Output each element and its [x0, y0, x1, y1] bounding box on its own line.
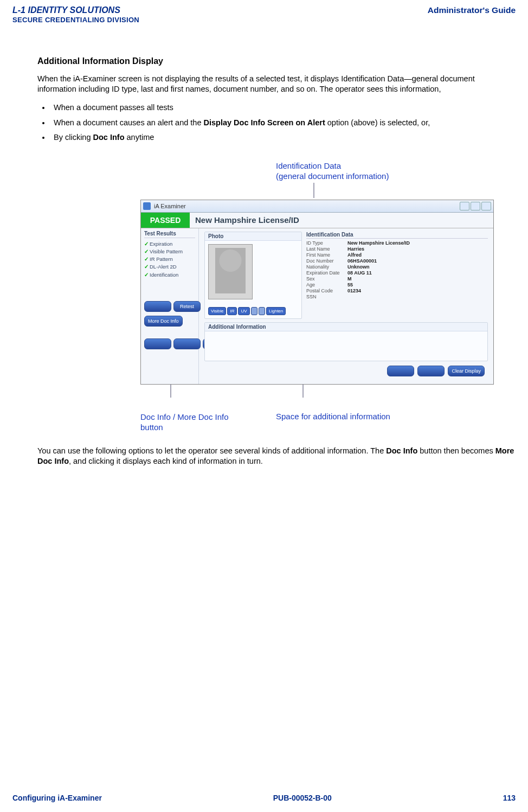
close-icon[interactable] [481, 202, 491, 210]
sidebar-button[interactable] [144, 301, 171, 312]
sidebar: Test Results ✓Expiration ✓Visible Patter… [141, 228, 199, 384]
field-label: Nationality [306, 264, 344, 270]
bullet-list: When a document passes all tests When a … [37, 103, 516, 143]
logo: L-1 IDENTITY SOLUTIONS SECURE CREDENTIAL… [12, 5, 139, 24]
app-window: iA Examiner PASSED New Hampshire License… [140, 200, 494, 385]
field-label: First Name [306, 252, 344, 258]
callout-bottom-row: Doc Info / More Doc Info button Space fo… [140, 412, 516, 433]
app-icon [143, 202, 151, 210]
retest-button[interactable]: Retest [173, 301, 201, 312]
intro-paragraph: When the iA-Examiner screen is not displ… [37, 74, 516, 95]
check-icon: ✓ [144, 248, 149, 254]
visible-button[interactable]: Visible [208, 307, 226, 315]
field-value: 01234 [347, 288, 488, 293]
additional-info-label: Additional Information [205, 323, 487, 331]
callout-additional-space: Space for additional information [276, 412, 390, 433]
photo-panel: Photo Visible IR UV [204, 232, 302, 319]
figure: Identification Data (general document in… [37, 161, 516, 433]
sidebar-button[interactable] [173, 338, 201, 349]
field-value: M [347, 276, 488, 282]
field-label: Last Name [306, 246, 344, 252]
more-doc-info-button[interactable]: More Doc Info [144, 316, 183, 327]
field-value: Harries [347, 246, 488, 252]
check-icon: ✓ [144, 256, 149, 262]
field-label: Postal Code [306, 288, 344, 293]
callout-doc-info-button: Doc Info / More Doc Info button [140, 412, 249, 433]
document-title: New Hampshire License/ID [190, 213, 493, 228]
test-item[interactable]: DL-Alert 2D [150, 264, 177, 270]
check-icon: ✓ [144, 241, 149, 247]
test-item[interactable]: Identification [150, 272, 178, 278]
test-item[interactable]: Visible Pattern [150, 248, 183, 254]
photo-label: Photo [205, 232, 301, 241]
field-label: SSN [306, 294, 344, 299]
photo-image [208, 244, 253, 299]
field-value: 08 AUG 11 [347, 270, 488, 276]
field-value: New Hampshire License/ID [347, 240, 488, 246]
sidebar-button[interactable] [144, 338, 171, 349]
photo-button[interactable] [251, 307, 257, 315]
bullet-item: By clicking Doc Info anytime [50, 132, 516, 143]
field-value: Unknown [347, 264, 488, 270]
field-label: Sex [306, 276, 344, 282]
bullet-item: When a document passes all tests [50, 103, 516, 113]
callout-connector-bottom [140, 385, 493, 398]
test-item[interactable]: Expiration [150, 241, 172, 247]
callout-identification-data: Identification Data (general document in… [276, 161, 516, 182]
bullet-item: When a document causes an alert and the … [50, 118, 516, 129]
clear-display-button[interactable]: Clear Display [448, 366, 485, 376]
page-footer: Configuring iA-Examiner PUB-00052-B-00 1… [12, 787, 516, 802]
page-header: L-1 IDENTITY SOLUTIONS SECURE CREDENTIAL… [12, 5, 516, 24]
test-item[interactable]: IR Pattern [150, 256, 173, 262]
bottom-button[interactable] [417, 366, 445, 376]
field-value: 06HSA00001 [347, 258, 488, 264]
test-results-header: Test Results [144, 231, 195, 238]
footer-pub-id: PUB-00052-B-00 [273, 794, 332, 802]
check-icon: ✓ [144, 264, 149, 270]
maximize-icon[interactable] [471, 202, 480, 210]
identification-header: Identification Data [306, 232, 488, 239]
callout-connector-top [140, 183, 493, 198]
uv-button[interactable]: UV [238, 307, 249, 315]
window-titlebar: iA Examiner [141, 200, 493, 213]
photo-button[interactable] [259, 307, 265, 315]
footer-page-number: 113 [503, 794, 516, 802]
outro-paragraph: You can use the following options to let… [37, 446, 516, 467]
field-label: Age [306, 282, 344, 287]
field-value: Alfred [347, 252, 488, 258]
field-label: ID Type [306, 240, 344, 246]
status-badge: PASSED [141, 213, 190, 228]
test-results-list: ✓Expiration ✓Visible Pattern ✓IR Pattern… [144, 240, 195, 279]
bottom-button[interactable] [387, 366, 414, 376]
lighten-button[interactable]: Lighten [266, 307, 286, 315]
identification-grid: ID TypeNew Hampshire License/ID Last Nam… [306, 240, 488, 299]
field-value: 55 [347, 282, 488, 287]
logo-line1: L-1 IDENTITY SOLUTIONS [12, 5, 139, 15]
additional-info-panel: Additional Information [204, 322, 488, 361]
field-label: Doc Number [306, 258, 344, 264]
field-value [347, 294, 488, 299]
field-label: Expiration Date [306, 270, 344, 276]
logo-line2: SECURE CREDENTIALING DIVISION [12, 16, 139, 24]
check-icon: ✓ [144, 272, 149, 278]
minimize-icon[interactable] [460, 202, 469, 210]
section-heading: Additional Information Display [37, 56, 516, 66]
ir-button[interactable]: IR [227, 307, 237, 315]
footer-section: Configuring iA-Examiner [12, 794, 102, 802]
window-title: iA Examiner [154, 203, 186, 209]
guide-title: Administrator's Guide [428, 5, 516, 15]
